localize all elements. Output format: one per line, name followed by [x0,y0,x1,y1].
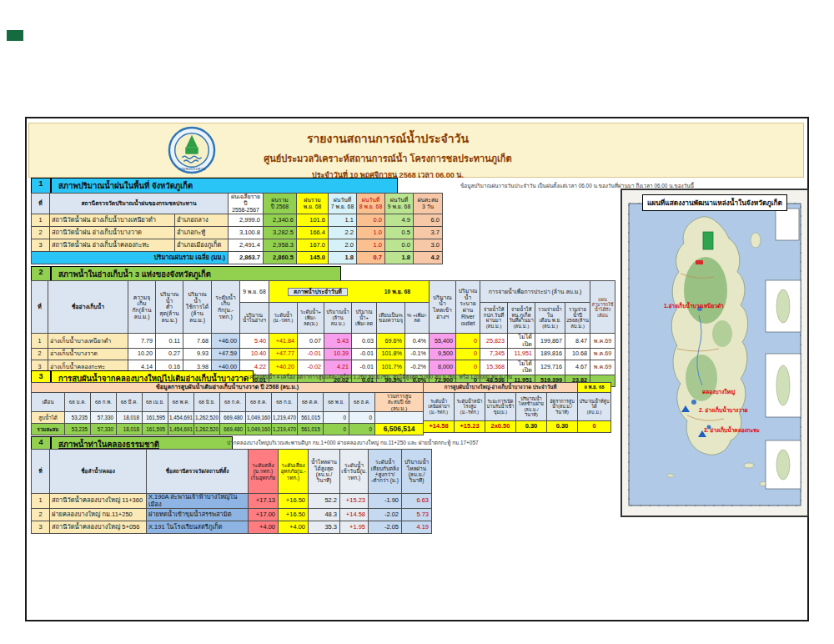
table-header-cell: 9 พ.ย. 68 [240,281,269,303]
table-cell: 1,219,470 [272,424,298,435]
table-header-cell: ชื่อลำน้ำ/คลอง [50,450,147,494]
table-cell: 7.68 [183,334,212,349]
table-cell: 0.4% [405,334,430,349]
map-label: 2. อ่างเก็บน้ำบางวาด [699,405,748,413]
table-row: 3สถานีวัดน้ำคลองบางใหญ่ 5+056X.191 ในโรง… [32,521,432,534]
table-cell: 35.3 [309,521,340,534]
table-cell: 68 พ.ค. [168,393,194,412]
table-cell: 145.0 [297,252,329,264]
table-header-cell: ปริมาณน้ำ ระบายผ่าน River outlet [456,281,480,334]
table-cell: 0.0 [357,214,385,227]
table-cell: พ.ค.69 [590,349,615,360]
table-cell: -1.90 [369,494,402,509]
table-cell: สถานีวัดน้ำฝน อ่างเก็บน้ำบางวาด [50,227,175,239]
table-cell: 10.39 [324,349,352,360]
table-cell: 0.07 [298,334,324,349]
table-cell: สถานีวัดน้ำฝน อ่างเก็บน้ำบางเหนียวดำ [50,214,175,227]
table-cell: 2,340.6 [264,214,297,227]
table-cell: 101.8% [377,349,405,360]
daily-status-date: 10 พ.ย. 68 [384,289,410,295]
table-cell: รวมการสูบ สะสมปี 68 (ลบ.ม.) [375,393,424,412]
table-header-cell: แผน สามารถใช้ น้ำได้ถึง เดือน [590,281,615,334]
table-cell: 0.7 [357,252,385,264]
table-cell: 1.8 [329,252,357,264]
table-header-cell: 9 พ.ย. 68 [578,383,611,393]
table-cell: ระดับน้ำ เหนือฝายฯ (ม.-รทก.) [424,393,455,421]
table-row: 2อ่างเก็บน้ำบางวาด10.200.279.93+47.5910.… [32,349,615,360]
table-cell: 2x0.50 [485,421,516,433]
section1-title: สภาพปริมาณน้ำฝนในพื้นที่ จังหวัดภูเก็ต [51,178,398,194]
table-row: รวมสะสม53,23557,33018,018161,5951,454,69… [32,424,424,435]
table-cell: 57,330 [91,412,117,424]
table-cell: 0.11 [156,334,183,349]
table-cell: 129,716 [535,360,565,375]
table-cell: 561,015 [298,424,324,435]
table-cell: 10.40 [240,349,269,360]
table-cell: 53,235 [65,412,91,424]
table-cell: 68 ก.ย. [272,393,298,412]
table-cell: 5.43 [324,334,352,349]
table-cell: 1,454,691 [168,412,194,424]
table-cell: อ่างเก็บน้ำบางเหนียวดำ [48,334,128,349]
table-cell: +47.77 [269,349,298,360]
table-cell: 1,454,691 [168,424,194,435]
table-cell: 4.2 [414,252,443,264]
table-cell: 0 [456,349,480,360]
table-header-cell: ระดับน้ำเก็บ กัก(ม.-รทก.) [212,281,240,334]
table-header-cell: รวมจ่ายน้ำใน เดือน พ.ย. (ลบ.ม.) [535,303,565,334]
table-row: 2ฝายคลองบางใหญ่ กม.11+250ฝายทดน้ำเข้าขุม… [32,509,432,521]
table-cell: 68 ม.ค. [65,393,91,412]
table-cell: 18,018 [117,424,143,435]
table-cell: +14.58 [424,421,455,433]
table-cell: 2 [32,227,50,239]
rainfall-table: ที่ สถานีตรวจวัดปริมาณน้ำฝนของกรมชลประทา… [31,193,443,264]
report-header: กรมชลประทาน รายงานสถานการณ์น้ำประจำวัน ศ… [28,123,804,178]
map-label: คลองบางใหญ่ [702,388,736,395]
table-cell: ปริมาณน้ำ ไหลข้ามฝาย (ลบ.ม./ วินาที) [516,393,547,421]
table-cell: 2 [32,509,50,521]
table-cell: 1,049,160 [246,424,272,435]
table-cell: 161,595 [143,412,168,424]
table-cell: 48.3 [309,509,340,521]
page-title: รายงานสถานการณ์น้ำประจำวัน [171,129,605,148]
table-cell: 1.0 [357,227,385,239]
table-cell: 2,863.7 [229,252,264,264]
table-cell: 11,951 [508,349,535,360]
table-header-cell: ที่ [32,194,50,214]
table-header-cell: รวมจ่ายน้ำปี 2568(ล้าน ลบ.ม.) [565,303,590,334]
table-cell: ฝายคลองบางใหญ่ กม.11+250 [50,509,147,521]
table-cell: 1,262,520 [194,424,220,435]
table-cell: 6.63 [402,494,432,509]
table-cell: X.191 ในโรงเรียนสตรีภูเก็ต [147,521,249,534]
table-cell: 7.79 [128,334,156,349]
table-cell: อ่างเก็บน้ำบางวาด [48,349,128,360]
table-cell: +15.23 [340,494,369,509]
table-cell: 10.20 [128,349,156,360]
table-header-cell: การสูบผันน้ำบางใหญ่-อ่างเก็บน้ำบางวาด ปร… [424,383,578,393]
table-cell: 52.2 [309,494,340,509]
pumping-table-monthly: ข้อมูลการสูบผันน้ำเติมอ่างเก็บน้ำบางวาด … [31,382,424,435]
table-cell: 669,480 [220,424,246,435]
table-header-cell: ระดับน้ำ เทียบกับตลิ่ง +สูงกว่า/ -ต่ำกว่… [369,450,402,494]
table-cell: 68 ธ.ค. [349,393,375,412]
table-cell: 7,345 [480,349,508,360]
table-cell: 161,595 [143,424,168,435]
table-header-cell: ฝนรวม ปี 2568 [264,194,297,214]
table-cell: 2,958.3 [264,239,297,252]
table-cell: ระดับน้ำหน้า โรงสูบ (ม.-รทก.) [455,393,485,421]
table-cell: สถานีวัดน้ำคลองบางใหญ่ 11+360 [50,494,147,509]
map-marker-red [696,260,703,264]
table-cell: ระยะการเปิด บานรับน้ำเข้า ขุม(ม.) [485,393,516,421]
table-header-cell: จ่ายน้ำให้ กปภ.วันที่ ผ่านมา (ลบ.ม.) [480,303,508,334]
table-header-cell: ความจุเก็บ กัก(ล้าน ลบ.ม.) [128,281,156,334]
table-header-cell: น้ำไหลผ่าน ได้สูงสุด (ลบ.ม./ วินาที) [309,450,340,494]
table-cell: 0 [324,424,349,435]
map-title: แผนที่แสดงงานพัฒนาแหล่งน้ำในจังหวัดภูเก็… [642,194,787,211]
table-cell: 68 ก.ค. [220,393,246,412]
table-row: 1อ่างเก็บน้ำบางเหนียวดำ7.790.117.68+46.0… [32,334,615,349]
stream-table: ที่ ชื่อลำน้ำ/คลอง ชื่อสถานีตรวจวัด/สถาน… [31,449,432,534]
table-cell: 6,506,514 [375,424,424,435]
page-subtitle: ศูนย์ประมวลวิเคราะห์สถานการณ์น้ำ โครงการ… [171,151,605,166]
table-cell: 0 [456,334,480,349]
table-cell: 68 มิ.ย. [194,393,220,412]
